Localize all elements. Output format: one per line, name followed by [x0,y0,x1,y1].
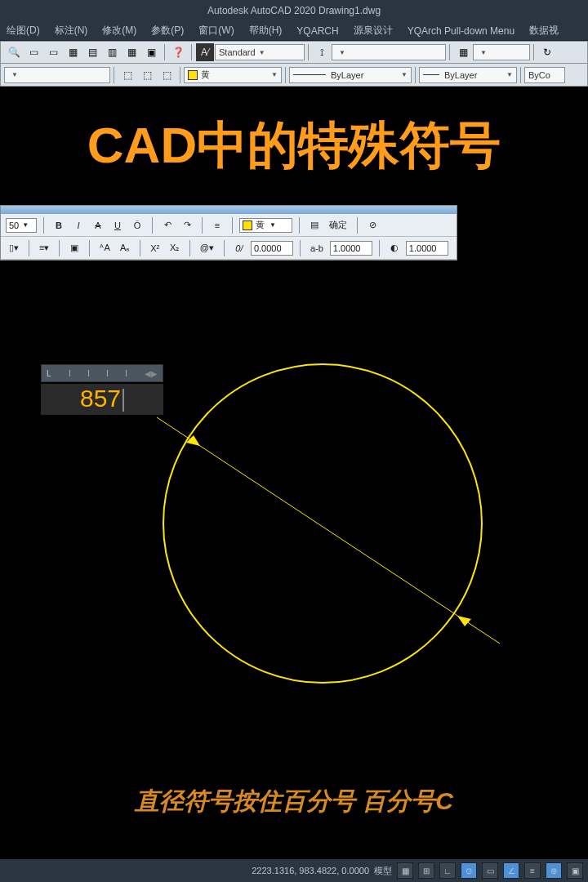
overlay-subtitle: 直径符号按住百分号 百分号C [0,785,588,818]
menu-dim[interactable]: 标注(N) [55,24,88,38]
menu-yqarch[interactable]: YQARCH [296,25,338,37]
separator [533,44,534,60]
toolbar-layers: ▼ ⬚ ⬚ ⬚ 黄▼ ByLayer▼ ByLayer▼ ByCo [0,64,588,87]
layer-state-icon[interactable]: ⬚ [158,66,176,84]
osnap-toggle-icon[interactable]: ▭ [482,862,498,879]
diameter-line [157,417,500,644]
plotstyle-combo[interactable]: ByCo [524,67,565,83]
ruler-handle-icon[interactable]: ◀▶ [145,369,158,378]
menu-param[interactable]: 参数(P) [151,24,184,38]
menu-window[interactable]: 窗口(W) [198,24,234,38]
find-icon[interactable]: 🔍 [5,43,23,61]
drawing-canvas[interactable]: CAD中的特殊符号 50▼ B I A U Ō ↶ ↷ ≡ 黄▼ ▤ 确定 ⊘ … [0,87,588,859]
grid-icon[interactable]: ▦ [122,43,140,61]
dimstyle-icon[interactable]: ⟟ [313,43,331,61]
layer-iso-icon[interactable]: ⬚ [118,66,136,84]
info-icon[interactable]: ❓ [169,43,187,61]
separator [191,44,192,60]
table-icon[interactable]: ▥ [103,43,121,61]
ruler-L-icon: L [47,369,51,378]
grid-toggle-icon[interactable]: ▦ [397,862,413,879]
menu-modify[interactable]: 修改(M) [102,24,136,38]
open-icon[interactable]: ▭ [44,43,62,61]
otrack-toggle-icon[interactable]: ∠ [503,862,519,879]
linetype-combo[interactable]: ByLayer▼ [289,67,412,83]
arrow-end [457,616,471,626]
separator [285,67,286,83]
layer-prev-icon[interactable]: ⬚ [138,66,156,84]
dim-combo[interactable]: ▼ [332,44,446,60]
circle-entity [163,364,482,683]
lwt-toggle-icon[interactable]: ≡ [524,862,541,879]
menu-bar: 绘图(D) 标注(N) 修改(M) 参数(P) 窗口(W) 帮助(H) YQAR… [0,21,588,41]
dimension-editor: L ◀▶ 857 [41,364,163,415]
separator [449,44,450,60]
layer-combo[interactable]: ▼ [4,67,110,83]
text-ruler[interactable]: L ◀▶ [41,364,163,382]
qp-toggle-icon[interactable]: ▣ [567,862,583,879]
menu-yuanquan[interactable]: 源泉设计 [354,24,393,38]
dimension-input[interactable]: 857 [41,384,163,415]
separator [308,44,309,60]
separator [114,67,114,83]
refresh-icon[interactable]: ↻ [538,43,556,61]
menu-draw[interactable]: 绘图(D) [7,24,40,38]
menu-yqpull[interactable]: YQArch Pull-down Menu [408,25,514,37]
polar-toggle-icon[interactable]: ⊙ [461,862,477,879]
snap-toggle-icon[interactable]: ⊞ [418,862,434,879]
color-combo[interactable]: 黄▼ [184,67,282,83]
layers-icon[interactable]: ▤ [83,43,101,61]
lineweight-combo[interactable]: ByLayer▼ [419,67,517,83]
textstyle-icon[interactable]: A⁄ [196,43,214,61]
coords-readout: 2223.1316, 983.4822, 0.0000 [252,866,369,875]
toolbar-main: 🔍 ▭ ▭ ▦ ▤ ▥ ▦ ▣ ❓ A⁄ Standard▼ ⟟ ▼ ▦ ▼ ↻ [0,41,588,64]
separator [520,67,521,83]
model-tab[interactable]: 模型 [374,865,392,877]
geometry-svg [0,87,588,822]
title-bar: Autodesk AutoCAD 2020 Drawing1.dwg [0,0,588,21]
check-icon[interactable]: ▣ [142,43,160,61]
menu-data[interactable]: 数据视 [529,24,559,38]
status-bar: 2223.1316, 983.4822, 0.0000 模型 ▦ ⊞ ∟ ⊙ ▭… [0,859,588,882]
tblstyle-icon[interactable]: ▦ [454,43,472,61]
separator [164,44,165,60]
blocks-icon[interactable]: ▦ [64,43,82,61]
new-icon[interactable]: ▭ [24,43,42,61]
dyn-toggle-icon[interactable]: ⊕ [546,862,562,879]
ortho-toggle-icon[interactable]: ∟ [439,862,456,879]
dimension-value: 857 [80,385,121,412]
style-combo[interactable]: Standard▼ [215,44,305,60]
menu-help[interactable]: 帮助(H) [249,24,283,38]
separator [415,67,416,83]
separator [180,67,180,83]
tbl-combo[interactable]: ▼ [473,44,530,60]
